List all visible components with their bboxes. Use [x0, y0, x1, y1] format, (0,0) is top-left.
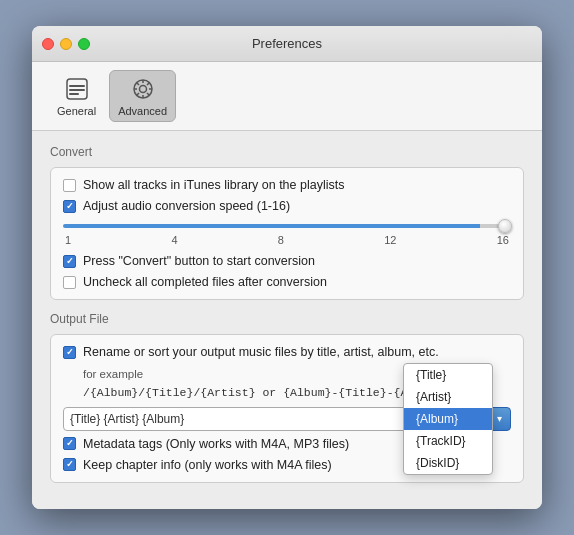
- example-text: /{Album}/{Title}/{Artist} or {Album}-{Ti…: [83, 386, 449, 399]
- slider-thumb[interactable]: [498, 219, 512, 233]
- rename-row: Rename or sort your output music files b…: [63, 345, 511, 359]
- rename-checkbox[interactable]: [63, 346, 76, 359]
- convert-section-box: Show all tracks in iTunes library on the…: [50, 167, 524, 300]
- traffic-lights: [42, 38, 90, 50]
- minimize-button[interactable]: [60, 38, 72, 50]
- convert-section: Convert Show all tracks in iTunes librar…: [50, 145, 524, 300]
- main-content: Convert Show all tracks in iTunes librar…: [32, 131, 542, 509]
- slider-label-16: 16: [497, 234, 509, 246]
- preferences-window: Preferences General: [32, 26, 542, 509]
- general-label: General: [57, 105, 96, 117]
- for-example-label: for example: [83, 368, 143, 380]
- rename-label: Rename or sort your output music files b…: [83, 345, 439, 359]
- toolbar-item-advanced[interactable]: Advanced: [109, 70, 176, 122]
- toolbar-item-general[interactable]: General: [48, 70, 105, 122]
- slider-label-4: 4: [171, 234, 177, 246]
- press-convert-label: Press "Convert" button to start conversi…: [83, 254, 315, 268]
- metadata-label: Metadata tags (Only works with M4A, MP3 …: [83, 437, 349, 451]
- advanced-label: Advanced: [118, 105, 167, 117]
- speed-slider[interactable]: [63, 224, 511, 228]
- adjust-speed-label: Adjust audio conversion speed (1-16): [83, 199, 290, 213]
- titlebar: Preferences: [32, 26, 542, 62]
- svg-rect-1: [69, 85, 85, 87]
- convert-section-title: Convert: [50, 145, 524, 159]
- keep-chapter-label: Keep chapter info (only works with M4A f…: [83, 458, 332, 472]
- press-convert-row: Press "Convert" button to start conversi…: [63, 254, 511, 268]
- window-title: Preferences: [252, 36, 322, 51]
- keep-chapter-checkbox[interactable]: [63, 458, 76, 471]
- format-input-row: ▾ {Title} {Artist} {Album} {TrackID} {Di…: [63, 407, 511, 431]
- show-all-tracks-checkbox[interactable]: [63, 179, 76, 192]
- uncheck-completed-checkbox[interactable]: [63, 276, 76, 289]
- svg-line-11: [147, 93, 149, 95]
- svg-point-5: [139, 86, 146, 93]
- uncheck-completed-row: Uncheck all completed files after conver…: [63, 275, 511, 289]
- svg-line-12: [147, 83, 149, 85]
- dropdown-item-artist[interactable]: {Artist}: [404, 386, 492, 408]
- dropdown-item-diskid[interactable]: {DiskID}: [404, 452, 492, 474]
- adjust-speed-checkbox[interactable]: [63, 200, 76, 213]
- output-section-box: Rename or sort your output music files b…: [50, 334, 524, 483]
- output-section-title: Output File: [50, 312, 524, 326]
- toolbar: General Advanced: [32, 62, 542, 131]
- maximize-button[interactable]: [78, 38, 90, 50]
- dropdown-item-trackid[interactable]: {TrackID}: [404, 430, 492, 452]
- metadata-checkbox[interactable]: [63, 437, 76, 450]
- chevron-down-icon: ▾: [497, 413, 502, 424]
- show-all-tracks-label: Show all tracks in iTunes library on the…: [83, 178, 344, 192]
- press-convert-checkbox[interactable]: [63, 255, 76, 268]
- slider-labels: 1 4 8 12 16: [63, 234, 511, 246]
- dropdown-item-title[interactable]: {Title}: [404, 364, 492, 386]
- show-all-tracks-row: Show all tracks in iTunes library on the…: [63, 178, 511, 192]
- svg-line-13: [137, 93, 139, 95]
- uncheck-completed-label: Uncheck all completed files after conver…: [83, 275, 327, 289]
- slider-track-row: [63, 220, 511, 232]
- adjust-speed-row: Adjust audio conversion speed (1-16): [63, 199, 511, 213]
- slider-section: 1 4 8 12 16: [63, 220, 511, 246]
- svg-rect-3: [69, 93, 79, 95]
- slider-label-1: 1: [65, 234, 71, 246]
- dropdown-menu: {Title} {Artist} {Album} {TrackID} {Disk…: [403, 363, 493, 475]
- close-button[interactable]: [42, 38, 54, 50]
- advanced-icon: [129, 75, 157, 103]
- dropdown-item-album[interactable]: {Album}: [404, 408, 492, 430]
- svg-line-10: [137, 83, 139, 85]
- output-file-section: Output File Rename or sort your output m…: [50, 312, 524, 483]
- slider-label-12: 12: [384, 234, 396, 246]
- svg-rect-2: [69, 89, 85, 91]
- slider-label-8: 8: [278, 234, 284, 246]
- general-icon: [63, 75, 91, 103]
